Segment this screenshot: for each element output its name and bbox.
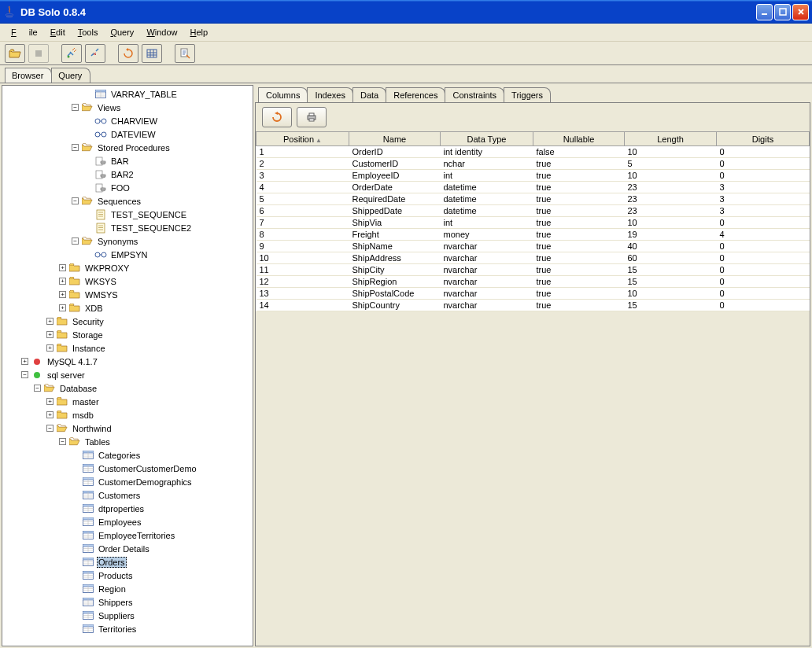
tree-node[interactable]: −Stored Procedures	[2, 141, 253, 154]
tree-node[interactable]: −sql server	[2, 368, 253, 381]
tree-expander[interactable]: +	[59, 264, 66, 271]
tree-node[interactable]: −Views	[2, 101, 253, 114]
tree-expander[interactable]: −	[21, 371, 28, 378]
tree-expander[interactable]: −	[34, 385, 41, 392]
tree-expander[interactable]: +	[46, 411, 54, 418]
tree-node[interactable]: −Northwind	[2, 422, 253, 435]
tree-node[interactable]: DATEVIEW	[2, 127, 253, 141]
tree-node[interactable]: +Instance	[2, 341, 253, 355]
tree-node[interactable]: +Storage	[2, 328, 253, 341]
col-position[interactable]: Position▲	[257, 132, 349, 146]
tree-node[interactable]: EmployeeTerritories	[2, 528, 253, 542]
toolbar-stop-button[interactable]	[28, 44, 49, 63]
refresh-columns-button[interactable]	[262, 107, 292, 127]
tree-expander[interactable]: +	[46, 318, 54, 325]
tree-panel[interactable]: VARRAY_TABLE−ViewsCHARVIEWDATEVIEW−Store…	[2, 85, 253, 646]
tree-node[interactable]: CustomerDemographics	[2, 475, 253, 488]
toolbar-open-button[interactable]	[5, 44, 25, 63]
toolbar-grid-button[interactable]	[142, 44, 162, 63]
tree-expander[interactable]: +	[46, 331, 54, 338]
menu-query[interactable]: Query	[104, 26, 140, 39]
tab-references[interactable]: References	[386, 87, 445, 102]
tree-node[interactable]: +msdb	[2, 408, 253, 422]
tree-node[interactable]: BAR	[2, 154, 253, 168]
tree-node[interactable]: TEST_SEQUENCE	[2, 208, 253, 221]
toolbar-disconnect-button[interactable]	[85, 44, 105, 63]
menu-edit[interactable]: Edit	[44, 26, 72, 39]
tab-triggers[interactable]: Triggers	[504, 87, 551, 102]
close-button[interactable]	[792, 4, 809, 20]
tree-node[interactable]: Products	[2, 569, 253, 582]
tree-node[interactable]: +WMSYS	[2, 288, 253, 301]
menu-window[interactable]: Window	[140, 26, 183, 39]
tab-columns[interactable]: Columns	[258, 87, 308, 102]
tree-node[interactable]: −Sequences	[2, 194, 253, 208]
tree-expander[interactable]: −	[59, 438, 66, 445]
tree-node[interactable]: Customers	[2, 488, 253, 502]
menu-tools[interactable]: Tools	[72, 26, 105, 39]
toolbar-script-button[interactable]	[175, 44, 195, 63]
table-row[interactable]: 6ShippedDatedatetimetrue233	[257, 205, 810, 217]
tree-node[interactable]: Orders	[2, 555, 253, 569]
table-row[interactable]: 4OrderDatedatetimetrue233	[257, 182, 810, 193]
tree-expander[interactable]: +	[59, 278, 66, 285]
tree-node[interactable]: dtproperties	[2, 502, 253, 515]
table-row[interactable]: 5RequiredDatedatetimetrue233	[257, 193, 810, 205]
columns-grid-wrap[interactable]: Position▲ Name Data Type Nullable Length…	[256, 131, 810, 646]
tree-node[interactable]: Region	[2, 582, 253, 595]
tree-expander[interactable]: +	[59, 291, 66, 298]
table-row[interactable]: 8Freightmoneytrue194	[257, 229, 810, 241]
tab-browser[interactable]: Browser	[5, 68, 52, 83]
col-nullable[interactable]: Nullable	[533, 132, 625, 146]
tree-expander[interactable]: −	[72, 104, 79, 111]
tree-node[interactable]: +master	[2, 395, 253, 408]
tab-indexes[interactable]: Indexes	[307, 87, 353, 102]
table-row[interactable]: 2CustomerIDnchartrue50	[257, 158, 810, 170]
tree-expander[interactable]: +	[21, 358, 28, 365]
tab-data[interactable]: Data	[352, 87, 386, 102]
tree-node[interactable]: Territories	[2, 622, 253, 635]
tree-node[interactable]: FOO	[2, 181, 253, 194]
tree-node[interactable]: Order Details	[2, 542, 253, 555]
table-row[interactable]: 7ShipViainttrue100	[257, 217, 810, 229]
tree-expander[interactable]: +	[59, 304, 66, 311]
tree-node[interactable]: VARRAY_TABLE	[2, 87, 253, 101]
tree-node[interactable]: Suppliers	[2, 609, 253, 622]
maximize-button[interactable]	[774, 4, 791, 20]
tab-constraints[interactable]: Constraints	[445, 87, 504, 102]
tree-expander[interactable]: −	[72, 197, 79, 204]
table-row[interactable]: 14ShipCountrynvarchartrue150	[257, 300, 810, 311]
tree-node[interactable]: −Synonyms	[2, 234, 253, 248]
tree-node[interactable]: +Security	[2, 315, 253, 328]
tree-node[interactable]: Employees	[2, 515, 253, 528]
tree-node[interactable]: CHARVIEW	[2, 114, 253, 127]
tree-expander[interactable]: +	[46, 398, 54, 405]
print-columns-button[interactable]	[297, 107, 327, 127]
tree-node[interactable]: Categories	[2, 448, 253, 462]
col-name[interactable]: Name	[349, 132, 441, 146]
tree-expander[interactable]: −	[72, 237, 79, 245]
table-row[interactable]: 1OrderIDint identityfalse100	[257, 146, 810, 158]
col-digits[interactable]: Digits	[717, 132, 810, 146]
tree-node[interactable]: −Tables	[2, 435, 253, 448]
col-datatype[interactable]: Data Type	[441, 132, 533, 146]
tree-node[interactable]: +WKSYS	[2, 274, 253, 288]
tree-expander[interactable]: −	[46, 425, 54, 432]
tree-node[interactable]: EMPSYN	[2, 248, 253, 261]
tree-node[interactable]: +XDB	[2, 301, 253, 315]
tab-query[interactable]: Query	[51, 68, 90, 83]
tree-node[interactable]: CustomerCustomerDemo	[2, 462, 253, 475]
toolbar-connect-button[interactable]	[61, 44, 82, 63]
tree-node[interactable]: −Database	[2, 381, 253, 395]
tree-expander[interactable]: +	[46, 344, 54, 352]
table-row[interactable]: 12ShipRegionnvarchartrue150	[257, 276, 810, 288]
tree-expander[interactable]: −	[72, 144, 79, 151]
table-row[interactable]: 3EmployeeIDinttrue100	[257, 170, 810, 182]
tree-node[interactable]: TEST_SEQUENCE2	[2, 221, 253, 234]
menu-file[interactable]: File	[5, 26, 44, 39]
table-row[interactable]: 9ShipNamenvarchartrue400	[257, 241, 810, 252]
toolbar-refresh-button[interactable]	[118, 44, 138, 63]
table-row[interactable]: 11ShipCitynvarchartrue150	[257, 264, 810, 276]
table-row[interactable]: 13ShipPostalCodenvarchartrue100	[257, 288, 810, 300]
minimize-button[interactable]	[756, 4, 773, 20]
